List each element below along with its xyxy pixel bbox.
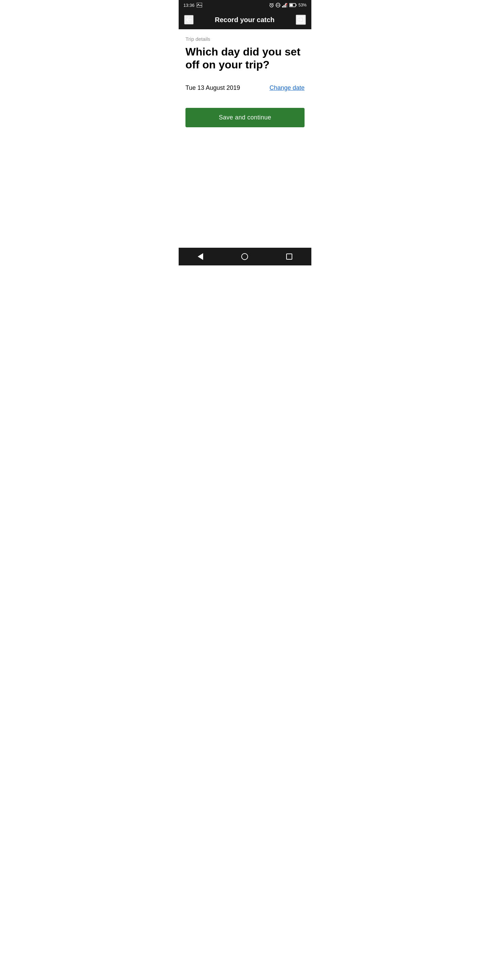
selected-date: Tue 13 August 2019 — [185, 84, 240, 92]
status-bar-left: 13:36 — [183, 3, 202, 8]
svg-rect-5 — [282, 6, 283, 8]
status-time: 13:36 — [183, 3, 195, 8]
svg-rect-12 — [296, 5, 296, 6]
svg-rect-13 — [290, 4, 293, 6]
change-date-button[interactable]: Change date — [269, 84, 305, 92]
block-icon — [275, 3, 280, 8]
svg-rect-6 — [283, 5, 285, 8]
date-row: Tue 13 August 2019 Change date — [185, 82, 305, 94]
save-continue-button[interactable]: Save and continue — [185, 108, 305, 127]
logout-button[interactable] — [296, 14, 306, 25]
nav-back-button[interactable] — [191, 250, 210, 263]
status-bar-right: R 53% — [269, 3, 307, 8]
section-label: Trip details — [185, 36, 305, 42]
main-content: Trip details Which day did you set off o… — [179, 29, 311, 191]
back-button[interactable] — [184, 15, 194, 24]
question-title: Which day did you set off on your trip? — [185, 45, 305, 72]
nav-square-icon — [286, 253, 292, 259]
image-icon — [197, 3, 202, 8]
signal-icon: R — [282, 3, 288, 8]
status-bar: 13:36 R 53% — [179, 0, 311, 10]
svg-rect-0 — [197, 3, 202, 8]
app-bar-title: Record your catch — [215, 16, 275, 24]
battery-icon — [289, 3, 297, 7]
nav-bar — [179, 248, 311, 266]
nav-home-button[interactable] — [234, 250, 255, 263]
battery-percent: 53% — [298, 3, 307, 8]
alarm-icon — [269, 3, 274, 8]
nav-back-icon — [198, 253, 203, 260]
nav-recent-button[interactable] — [279, 250, 299, 263]
nav-home-icon — [241, 253, 248, 260]
app-bar: Record your catch — [179, 10, 311, 29]
